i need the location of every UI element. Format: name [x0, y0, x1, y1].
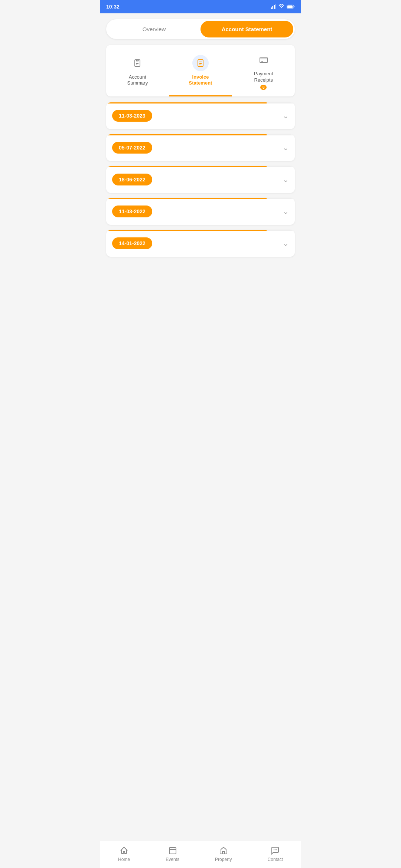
account-summary-label: AccountSummary	[127, 74, 148, 87]
invoice-statement-icon-wrapper	[192, 55, 209, 71]
signal-icon	[270, 4, 276, 10]
section-tab-account-summary[interactable]: AccountSummary	[106, 45, 169, 96]
payment-receipts-icon-wrapper	[255, 52, 272, 68]
payment-receipts-badge: 8	[260, 85, 267, 90]
invoice-date-3: 11-03-2022	[112, 206, 152, 217]
svg-rect-0	[271, 7, 272, 9]
account-summary-icon-wrapper	[129, 55, 146, 71]
wifi-icon	[278, 4, 284, 10]
battery-icon	[287, 4, 295, 9]
invoice-card-4[interactable]: 14-01-2022 ⌄	[106, 230, 295, 257]
svg-rect-1	[272, 6, 273, 9]
status-icons	[270, 4, 295, 10]
invoice-statement-label: InvoiceStatement	[189, 74, 212, 87]
tab-switcher: Overview Account Statement	[106, 19, 295, 39]
chevron-down-icon-0: ⌄	[283, 111, 289, 120]
file-text-icon	[196, 59, 205, 68]
chevron-down-icon-2: ⌄	[283, 175, 289, 184]
invoice-card-1[interactable]: 05-07-2022 ⌄	[106, 134, 295, 161]
invoice-card-0[interactable]: 11-03-2023 ⌄	[106, 102, 295, 129]
payment-receipts-label: PaymentReceipts	[254, 71, 273, 83]
status-time: 10:32	[106, 4, 120, 10]
invoice-date-4: 14-01-2022	[112, 237, 152, 249]
section-tabs: AccountSummary InvoiceStatement	[106, 45, 295, 96]
tab-account-statement[interactable]: Account Statement	[200, 21, 293, 37]
chevron-down-icon-3: ⌄	[283, 207, 289, 216]
invoice-date-2: 18-06-2022	[112, 174, 152, 185]
invoice-date-0: 11-03-2023	[112, 110, 152, 122]
chevron-down-icon-1: ⌄	[283, 143, 289, 152]
svg-rect-2	[274, 5, 275, 9]
invoice-card-2[interactable]: 18-06-2022 ⌄	[106, 166, 295, 193]
clipboard-list-icon	[133, 59, 142, 68]
svg-rect-15	[260, 57, 267, 59]
section-tab-invoice-statement[interactable]: InvoiceStatement	[169, 45, 232, 96]
chevron-down-icon-4: ⌄	[283, 239, 289, 248]
invoice-card-3[interactable]: 11-03-2022 ⌄	[106, 198, 295, 225]
status-bar: 10:32	[100, 0, 301, 13]
section-tab-payment-receipts[interactable]: PaymentReceipts 8	[232, 45, 295, 96]
tab-overview[interactable]: Overview	[108, 21, 200, 37]
svg-rect-3	[275, 4, 276, 9]
invoice-list: 11-03-2023 ⌄ 05-07-2022 ⌄ 18-06-2022 ⌄ 1…	[100, 102, 301, 257]
credit-card-icon	[259, 55, 268, 64]
svg-rect-5	[287, 6, 293, 8]
invoice-date-1: 05-07-2022	[112, 142, 152, 154]
